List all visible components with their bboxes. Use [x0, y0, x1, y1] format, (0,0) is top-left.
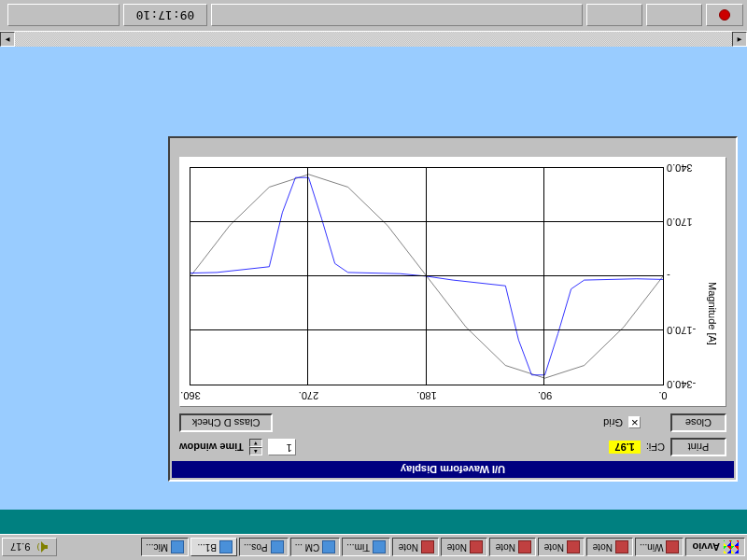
task-label: CM ...	[295, 542, 320, 553]
task-icon	[271, 541, 284, 554]
toolbar-slot-1	[646, 5, 702, 27]
task-icon	[421, 541, 434, 554]
system-taskbar: Avvio Win...NoteNoteNoteNoteNoteTim...CM…	[0, 534, 747, 560]
x-tick: 90.	[538, 390, 552, 401]
plot-area: 0.90.180.270.360.-340.0-170.0-170.0340.0	[190, 167, 664, 385]
class-d-check-button[interactable]: Class D Check	[179, 413, 273, 432]
task-win[interactable]: Win...	[635, 539, 684, 557]
task-icon	[373, 541, 386, 554]
task-cm[interactable]: CM ...	[290, 539, 341, 557]
print-button[interactable]: Print	[670, 438, 726, 456]
task-label: Pos...	[244, 542, 268, 553]
scroll-track[interactable]	[15, 32, 732, 47]
task-b1[interactable]: B1...	[190, 539, 237, 557]
waveform-window: U/I Waveform Display Print CFi: 1.97 1 ▲…	[168, 136, 738, 482]
close-waveform-button[interactable]: Close	[670, 413, 726, 432]
task-icon	[666, 541, 679, 554]
task-label: Mic...	[146, 542, 168, 553]
x-tick: 270.	[299, 390, 318, 401]
cf-label: CFi:	[646, 441, 665, 453]
task-icon	[219, 541, 233, 554]
y-tick: 340.0	[667, 162, 712, 174]
record-button[interactable]	[706, 5, 743, 27]
system-tray: 9.17	[2, 539, 57, 557]
task-label: Note	[593, 542, 613, 553]
toolbar-time: 09:17:10	[123, 5, 207, 27]
task-note[interactable]: Note	[586, 539, 633, 557]
y-tick: -170.0	[667, 325, 712, 336]
speaker-icon	[35, 541, 49, 554]
task-label: Note	[399, 542, 418, 553]
task-label: Note	[496, 542, 515, 553]
task-label: Note	[544, 542, 564, 553]
grid-label: Grid	[603, 417, 623, 428]
task-note[interactable]: Note	[392, 539, 439, 557]
waveform-window-title: U/I Waveform Display	[172, 461, 734, 478]
cf-value: 1.97	[609, 441, 640, 454]
task-note[interactable]: Note	[489, 539, 536, 557]
series-current-pulse	[190, 177, 663, 375]
start-button[interactable]: Avvio	[685, 539, 745, 557]
task-note[interactable]: Note	[441, 539, 487, 557]
time-window-spinner[interactable]: ▲▼	[249, 439, 262, 455]
y-tick: -340.0	[667, 379, 712, 390]
task-icon	[470, 541, 483, 554]
waveform-plot: Magnitude [A] 0.90.180.270.360.-340.0-17…	[179, 157, 726, 407]
scroll-right-button[interactable]: ►	[0, 32, 15, 47]
toolbar-slot-3	[7, 5, 120, 27]
task-label: B1...	[197, 542, 217, 553]
toolbar-slot-2	[586, 5, 642, 27]
task-tim[interactable]: Tim...	[342, 539, 390, 557]
task-pos[interactable]: Pos...	[239, 539, 289, 557]
task-icon	[322, 541, 335, 554]
task-label: Note	[447, 542, 467, 553]
task-label: Tim...	[346, 542, 370, 553]
y-tick: -	[667, 271, 712, 282]
mdi-workspace: U/I Waveform Display Print CFi: 1.97 1 ▲…	[0, 47, 747, 510]
scroll-left-button[interactable]: ◄	[732, 32, 747, 47]
task-note[interactable]: Note	[538, 539, 585, 557]
record-toolbar: 09:17:10	[0, 0, 747, 32]
windows-icon	[724, 541, 739, 554]
start-label: Avvio	[692, 542, 720, 553]
record-icon	[719, 10, 730, 21]
tray-clock: 9.17	[10, 542, 30, 553]
task-icon	[567, 541, 580, 554]
x-tick: 0.	[658, 390, 667, 401]
time-window-label: Time window	[179, 441, 244, 453]
task-mic[interactable]: Mic...	[141, 539, 189, 557]
x-tick: 360.	[180, 390, 200, 401]
grid-checkbox[interactable]: ✕	[628, 417, 641, 429]
task-icon	[518, 541, 531, 554]
x-tick: 180.	[416, 390, 436, 401]
y-tick: 170.0	[667, 217, 712, 228]
task-label: Win...	[640, 542, 664, 553]
task-icon	[171, 541, 184, 554]
toolbar-slot-wide	[211, 5, 583, 27]
task-icon	[615, 541, 628, 554]
time-window-input[interactable]: 1	[268, 439, 296, 455]
workspace-scrollbar[interactable]: ◄ ►	[0, 32, 747, 47]
